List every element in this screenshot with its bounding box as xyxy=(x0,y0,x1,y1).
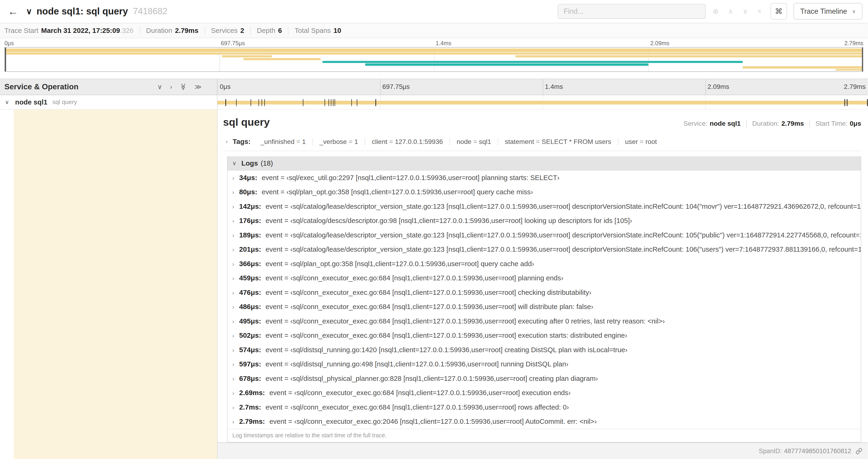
tag-item[interactable]: _verbose = 1 xyxy=(312,138,365,145)
trace-info-label: Duration xyxy=(146,27,172,35)
selected-span-highlight xyxy=(14,110,217,459)
log-message: event = ‹sql/conn_executor_exec.go:684 [… xyxy=(266,403,569,411)
minimap-axis-label: 2.79ms xyxy=(844,40,864,47)
trace-info-bar: Trace StartMarch 31 2022, 17:25:09.326Du… xyxy=(0,23,868,38)
view-selector-button[interactable]: Trace Timeline ∨ xyxy=(794,3,862,20)
log-row[interactable]: ›176μs:event = ‹sql/catalog/descs/descri… xyxy=(227,214,861,228)
log-timestamp: 366μs: xyxy=(239,260,261,268)
log-tick xyxy=(303,99,303,106)
keyboard-shortcut-button[interactable]: ⌘ xyxy=(771,3,787,20)
view-selector-label: Trace Timeline xyxy=(800,7,847,15)
trace-info-value: 2 xyxy=(240,27,244,35)
log-row[interactable]: ›2.79ms:event = ‹sql/conn_executor_exec.… xyxy=(227,414,861,429)
log-row[interactable]: ›2.69ms:event = ‹sql/conn_executor_exec.… xyxy=(227,386,861,400)
log-timestamp: 176μs: xyxy=(239,217,261,225)
span-bar-track[interactable] xyxy=(217,95,868,109)
minimap-span-bar xyxy=(5,53,863,55)
trace-info-item: Depth6 xyxy=(250,27,288,35)
log-row[interactable]: ›486μs:event = ‹sql/conn_executor_exec.g… xyxy=(227,299,861,314)
minimap-scrubber-right[interactable] xyxy=(862,47,863,72)
log-row[interactable]: ›201μs:event = ‹sql/catalog/lease/descri… xyxy=(227,242,861,257)
minimap-scrubber-left[interactable] xyxy=(5,47,6,72)
log-message: event = ‹sql/catalog/lease/descriptor_ve… xyxy=(266,245,861,253)
log-row[interactable]: ›597μs:event = ‹sql/distsql_running.go:4… xyxy=(227,357,861,371)
log-row[interactable]: ›476μs:event = ‹sql/conn_executor_exec.g… xyxy=(227,285,861,300)
tag-key: _verbose xyxy=(319,138,347,145)
log-chevron-icon: › xyxy=(232,189,234,196)
span-bar[interactable] xyxy=(217,101,868,105)
tags-row[interactable]: › Tags: _unfinished = 1_verbose = 1clien… xyxy=(223,135,861,151)
tag-item[interactable]: statement = SELECT * FROM users xyxy=(498,138,618,145)
tag-item[interactable]: user = root xyxy=(618,138,663,145)
log-tick xyxy=(844,99,845,106)
link-icon[interactable] xyxy=(856,448,862,454)
title-collapse-icon[interactable]: ∨ xyxy=(26,6,32,16)
minimap-span-bar xyxy=(516,55,863,57)
clear-search-icon[interactable]: × xyxy=(757,7,762,15)
log-row[interactable]: ›502μs:event = ‹sql/conn_executor_exec.g… xyxy=(227,328,861,342)
log-timestamp: 486μs: xyxy=(239,303,261,311)
log-chevron-icon: › xyxy=(232,419,234,425)
log-row[interactable]: ›34μs:event = ‹sql/exec_util.go:2297 [ns… xyxy=(227,170,861,185)
log-tick xyxy=(331,99,331,106)
minimap-span-bar xyxy=(322,61,743,63)
log-tick xyxy=(225,99,226,106)
tag-item[interactable]: client = 127.0.0.1:59936 xyxy=(365,138,450,145)
tags-chevron-icon[interactable]: › xyxy=(226,138,228,145)
log-timestamp: 2.69ms: xyxy=(239,389,265,397)
log-row[interactable]: ›142μs:event = ‹sql/catalog/lease/descri… xyxy=(227,199,861,214)
trace-info-label: Trace Start xyxy=(4,27,38,35)
timeline-ruler: 0μs 697.75μs 1.4ms 2.09ms 2.79ms xyxy=(217,79,868,95)
log-timestamp: 2.79ms: xyxy=(239,418,265,425)
ruler-label: 697.75μs xyxy=(380,83,410,91)
logs-chevron-icon: ∨ xyxy=(232,160,236,167)
prev-result-icon[interactable]: ∧ xyxy=(728,7,733,15)
ruler-gridline xyxy=(705,79,706,95)
log-row[interactable]: ›678μs:event = ‹sql/distsql_physical_pla… xyxy=(227,371,861,386)
log-row[interactable]: ›574μs:event = ‹sql/distsql_running.go:1… xyxy=(227,342,861,357)
log-tick xyxy=(333,99,334,106)
expand-one-icon[interactable]: › xyxy=(170,83,172,91)
log-row[interactable]: ›2.7ms:event = ‹sql/conn_executor_exec.g… xyxy=(227,400,861,415)
log-message: event = ‹sql/catalog/descs/descriptor.go… xyxy=(266,217,632,225)
tag-item[interactable]: node = sql1 xyxy=(450,138,498,145)
collapse-all-icon[interactable]: ≫ xyxy=(180,83,187,90)
logs-header[interactable]: ∨ Logs (18) xyxy=(227,157,861,170)
tags-list: _unfinished = 1_verbose = 1client = 127.… xyxy=(254,138,663,145)
minimap-span-bar xyxy=(243,58,320,60)
log-chevron-icon: › xyxy=(232,175,234,182)
next-result-icon[interactable]: ∨ xyxy=(743,7,748,15)
log-row[interactable]: ›459μs:event = ‹sql/conn_executor_exec.g… xyxy=(227,271,861,285)
log-chevron-icon: › xyxy=(232,275,234,282)
find-input[interactable] xyxy=(558,4,706,19)
log-timestamp: 597μs: xyxy=(239,360,261,368)
detail-meta: Service:node sql1Duration:2.79msStart Ti… xyxy=(683,120,861,127)
log-row[interactable]: ›189μs:event = ‹sql/catalog/lease/descri… xyxy=(227,228,861,242)
log-row[interactable]: ›80μs:event = ‹sql/plan_opt.go:358 [nsql… xyxy=(227,185,861,199)
span-row[interactable]: ∨ node sql1 sql query xyxy=(0,95,868,110)
span-collapse-icon[interactable]: ∨ xyxy=(5,99,9,105)
detail-title-row: sql query Service:node sql1Duration:2.79… xyxy=(223,116,861,128)
expand-all-icon[interactable]: ≫ xyxy=(195,83,202,91)
log-message: event = ‹sql/conn_executor_exec.go:2046 … xyxy=(269,418,597,425)
log-chevron-icon: › xyxy=(232,333,234,339)
trace-id: 7418682 xyxy=(133,6,167,16)
trace-info-item: Total Spans10 xyxy=(288,27,347,35)
logs-list: ›34μs:event = ‹sql/exec_util.go:2297 [ns… xyxy=(227,170,861,429)
trace-info-value: 2.79ms xyxy=(175,27,198,35)
tag-value: 127.0.0.1:59936 xyxy=(395,138,443,145)
log-chevron-icon: › xyxy=(232,204,234,210)
log-message: event = ‹sql/distsql_physical_planner.go… xyxy=(266,374,598,383)
tag-key: user xyxy=(625,138,638,145)
minimap-axis: 0μs 697.75μs 1.4ms 2.09ms 2.79ms xyxy=(4,39,863,47)
minimap-canvas[interactable] xyxy=(4,47,863,72)
meta-label: Service: xyxy=(683,120,708,127)
log-row[interactable]: ›495μs:event = ‹sql/conn_executor_exec.g… xyxy=(227,314,861,328)
back-button[interactable]: ← xyxy=(8,5,18,18)
tag-item[interactable]: _unfinished = 1 xyxy=(254,138,312,145)
log-row[interactable]: ›366μs:event = ‹sql/plan_opt.go:358 [nsq… xyxy=(227,257,861,271)
minimap-span-bar xyxy=(365,63,648,66)
tag-key: node xyxy=(457,138,471,145)
zoom-to-match-icon[interactable]: ⊕ xyxy=(713,7,719,15)
collapse-one-icon[interactable]: ∨ xyxy=(157,83,162,91)
